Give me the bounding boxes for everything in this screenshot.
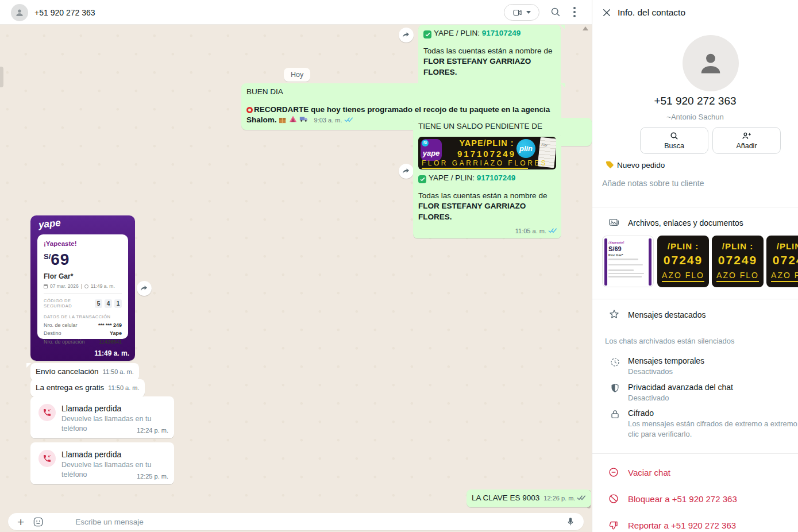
search-icon	[669, 131, 679, 141]
phone-link[interactable]: 917107249	[482, 29, 521, 37]
chat-message-area: YAPE / PLIN: 917107249 Todas las cuentas…	[0, 25, 592, 510]
divider	[592, 299, 798, 299]
add-contact-button[interactable]: Añadir	[712, 127, 781, 154]
delivered-checks-icon	[577, 495, 586, 501]
report-contact-action[interactable]: Reportar a +51 920 272 363	[628, 521, 736, 530]
media-thumb-plin[interactable]: /PLIN : 07249 AZO FLO	[712, 236, 764, 287]
message-clave[interactable]: LA CLAVE ES 900312:26 p. m.	[467, 489, 591, 507]
block-icon	[608, 493, 619, 504]
mic-icon	[565, 516, 576, 527]
missed-call-icon	[43, 454, 52, 463]
message-line: YAPE / PLIN: 917107249	[423, 28, 556, 38]
video-camera-icon	[512, 7, 523, 18]
media-icon	[608, 217, 620, 228]
setting-cifrado[interactable]: Cifrado	[628, 408, 654, 418]
truck-emoji	[299, 115, 308, 122]
message-envio[interactable]: Envío cancelación11:50 a. m.	[30, 363, 139, 381]
phone-link[interactable]: 917107249	[477, 174, 516, 182]
starred-messages[interactable]: Mensajes destacados	[628, 310, 706, 319]
check-badge-icon	[418, 175, 426, 183]
chat-title[interactable]: +51 920 272 363	[34, 8, 95, 17]
person-add-icon	[741, 131, 752, 141]
forward-icon	[402, 30, 411, 40]
package-emoji	[279, 116, 287, 124]
close-panel-button[interactable]	[602, 7, 612, 20]
missed-call-icon-circle	[38, 404, 56, 421]
date-divider: Hoy	[284, 68, 310, 82]
forward-message-button[interactable]	[399, 28, 414, 43]
read-checks-icon	[344, 117, 353, 123]
tent-emoji	[289, 115, 297, 122]
panel-title: Info. del contacto	[618, 7, 685, 18]
receipt-card: ¡Yapeaste! S/69 Flor Gar* 07 mar. 2026|1…	[37, 234, 128, 339]
message-yape-banner[interactable]: S/yape YAPE/PLIN : 917107249 plin Flor F…	[413, 133, 561, 238]
check-badge-icon	[423, 30, 431, 38]
missed-call-card[interactable]: Llamada perdida Devuelve las llamadas en…	[30, 396, 174, 438]
clock-icon	[84, 284, 88, 288]
yape-plin-banner-image[interactable]: S/yape YAPE/PLIN : 917107249 plin Flor F…	[418, 137, 556, 169]
message-meta: 9:03 a. m.	[314, 117, 353, 124]
composer-pill: +	[8, 513, 584, 530]
search-icon	[550, 6, 561, 18]
forward-message-button[interactable]	[137, 281, 152, 296]
disappearing-messages-icon	[610, 357, 620, 368]
emoji-button[interactable]	[33, 516, 44, 527]
emoji-icon	[33, 516, 44, 527]
image-timestamp: 11:49 a. m.	[94, 349, 129, 357]
forward-icon	[140, 284, 149, 293]
message-line: YAPE / PLIN: 917107249	[418, 173, 556, 183]
person-icon	[14, 7, 25, 18]
message-entrega[interactable]: La entrega es gratis11:50 a. m.	[30, 379, 145, 397]
chat-header: +51 920 272 363	[0, 0, 592, 25]
media-thumb-plin[interactable]: /PLIN : 07249 AZO FLO	[657, 236, 709, 287]
video-call-button[interactable]	[504, 4, 539, 21]
yape-receipt-image[interactable]: yape ¡Yapeaste! S/69 Flor Gar* 07 mar. 2…	[30, 215, 135, 361]
media-thumb-plin[interactable]: /PLIN : 07249 AZO FLO	[766, 236, 798, 287]
security-code: 541	[95, 299, 122, 308]
setting-privacidad[interactable]: Privacidad avanzada del chat	[628, 383, 733, 392]
clear-chat-action[interactable]: Vaciar chat	[628, 468, 670, 477]
minus-circle-icon	[608, 467, 619, 478]
missed-call-card[interactable]: Llamada perdida Devuelve las llamadas en…	[30, 442, 174, 484]
whatsapp-window: +51 920 272 363 YAPE / PLIN: 917107249 T…	[0, 0, 798, 532]
yape-logo: S/yape	[421, 139, 442, 161]
plin-logo: plin	[516, 139, 535, 158]
divider	[592, 207, 798, 207]
contact-info-panel: Info. del contacto +51 920 272 363 ~Anto…	[592, 0, 798, 532]
setting-temporales[interactable]: Mensajes temporales	[628, 356, 704, 365]
missed-call-icon	[43, 408, 52, 417]
menu-button[interactable]	[573, 7, 576, 17]
person-icon	[695, 47, 727, 79]
lock-icon	[610, 409, 620, 420]
archived-note: Los chats archivados están silenciados	[605, 336, 734, 346]
media-thumb-receipt[interactable]: ¡Yapeaste! S/69 Flor Gar*	[602, 236, 654, 287]
contact-push-name: ~Antonio Sachun	[592, 113, 798, 121]
contact-phone[interactable]: +51 920 272 363	[592, 95, 798, 107]
message-input[interactable]	[75, 518, 565, 526]
missed-call-icon-circle	[38, 450, 56, 467]
chevron-down-icon	[526, 11, 531, 14]
label-nuevo-pedido[interactable]: Nuevo pedido	[617, 161, 665, 169]
forward-icon	[402, 167, 411, 176]
scroll-up-arrow[interactable]	[583, 26, 588, 30]
attach-plus-button[interactable]: +	[17, 516, 24, 528]
mic-button[interactable]	[565, 516, 576, 527]
forward-message-button[interactable]	[399, 164, 414, 179]
sidebar-collapse-handle[interactable]	[0, 67, 3, 87]
calendar-icon	[44, 284, 48, 288]
divider	[592, 453, 798, 454]
search-chat-button[interactable]	[550, 6, 561, 20]
close-icon	[602, 7, 612, 18]
tag-icon	[604, 160, 615, 171]
customer-notes-placeholder[interactable]: Añade notas sobre tu cliente	[602, 179, 704, 188]
search-in-chat-button[interactable]: Busca	[640, 127, 708, 154]
kebab-icon	[573, 7, 576, 9]
contact-avatar[interactable]	[11, 4, 28, 21]
shield-icon	[610, 383, 620, 394]
message-meta: 11:05 a. m.	[515, 227, 557, 236]
block-contact-action[interactable]: Bloquear a +51 920 272 363	[628, 494, 737, 504]
composer-bar: +	[0, 510, 592, 532]
contact-avatar-large[interactable]	[683, 35, 739, 91]
media-section-title[interactable]: Archivos, enlaces y documentos	[628, 218, 743, 228]
star-icon	[608, 309, 620, 320]
